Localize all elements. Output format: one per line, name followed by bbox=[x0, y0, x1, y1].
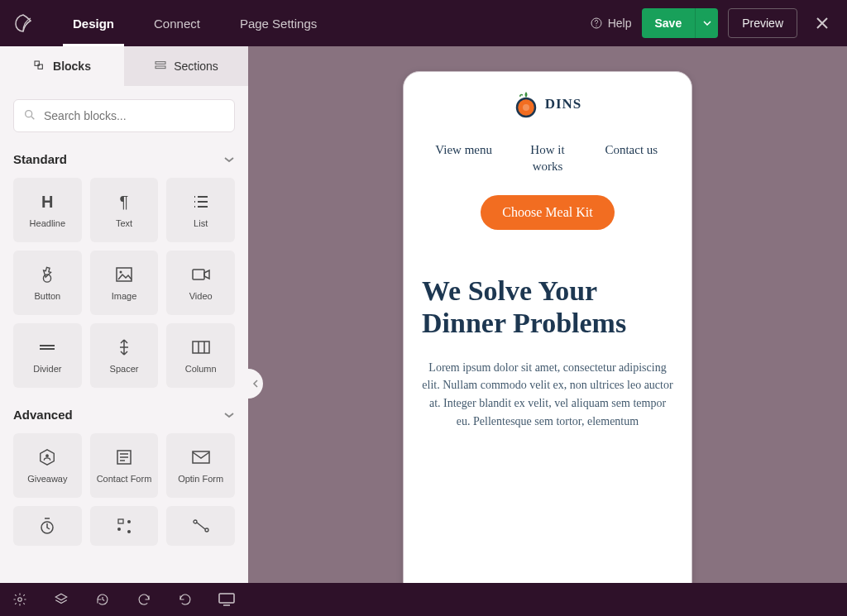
svg-rect-10 bbox=[193, 270, 204, 279]
search-wrap bbox=[0, 86, 248, 146]
app-logo[interactable] bbox=[10, 10, 36, 36]
nav-tab-connect[interactable]: Connect bbox=[134, 0, 220, 46]
brand-logo-icon bbox=[514, 90, 538, 118]
block-list[interactable]: List bbox=[166, 178, 235, 242]
block-button[interactable]: Button bbox=[13, 251, 82, 315]
panel-tab-sections-label: Sections bbox=[174, 60, 218, 73]
panel-tab-blocks-label: Blocks bbox=[53, 60, 91, 73]
optin-form-icon bbox=[192, 447, 210, 467]
block-text[interactable]: ¶ Text bbox=[90, 178, 159, 242]
site-brand[interactable]: DINS bbox=[422, 90, 673, 118]
chevron-down-icon bbox=[223, 412, 235, 418]
svg-rect-4 bbox=[156, 62, 165, 64]
save-button-group: Save bbox=[642, 8, 719, 38]
panel-tab-blocks[interactable]: Blocks bbox=[0, 46, 124, 86]
button-icon bbox=[38, 265, 56, 284]
giveaway-icon bbox=[38, 447, 56, 467]
blocks-icon bbox=[33, 60, 46, 73]
nav-link-contact-us[interactable]: Contact us bbox=[598, 141, 664, 175]
block-spacer[interactable]: Spacer bbox=[90, 323, 159, 388]
sidebar-scroll[interactable]: Standard H Headline ¶ Text List bbox=[0, 86, 248, 583]
block-label: Text bbox=[116, 218, 132, 228]
svg-point-18 bbox=[127, 530, 131, 533]
svg-rect-11 bbox=[193, 341, 209, 353]
svg-rect-19 bbox=[118, 519, 123, 523]
list-icon bbox=[193, 192, 209, 212]
device-preview: DINS View menu How it works Contact us C… bbox=[403, 71, 692, 583]
search-input[interactable] bbox=[13, 99, 235, 132]
contact-form-icon bbox=[116, 447, 132, 467]
desktop-icon bbox=[218, 593, 235, 606]
history-button[interactable] bbox=[93, 590, 112, 609]
svg-rect-14 bbox=[193, 451, 209, 463]
block-grid-standard: H Headline ¶ Text List Button Image bbox=[0, 173, 248, 401]
close-button[interactable] bbox=[807, 8, 837, 38]
chevron-left-icon bbox=[252, 379, 259, 389]
redo-button[interactable] bbox=[175, 590, 195, 609]
caret-down-icon bbox=[703, 21, 711, 26]
block-label: Headline bbox=[30, 218, 65, 228]
cta-button[interactable]: Choose Meal Kit bbox=[481, 195, 614, 230]
history-icon bbox=[95, 592, 110, 607]
block-label: Button bbox=[34, 291, 60, 301]
block-label: List bbox=[194, 218, 208, 228]
network-icon bbox=[192, 516, 210, 536]
nav-tab-design[interactable]: Design bbox=[53, 0, 134, 46]
hero-body-text[interactable]: Lorem ipsum dolor sit amet, consectetur … bbox=[422, 359, 673, 431]
block-label: Giveaway bbox=[27, 474, 67, 484]
svg-rect-2 bbox=[35, 61, 39, 65]
panel-tab-sections[interactable]: Sections bbox=[124, 46, 248, 86]
block-grid-advanced: Giveaway Contact Form Optin Form bbox=[0, 428, 248, 559]
block-image[interactable]: Image bbox=[90, 251, 159, 315]
save-dropdown-toggle[interactable] bbox=[695, 8, 718, 38]
main-area: Blocks Sections Standard H bbox=[0, 46, 847, 583]
nav-tab-page-settings[interactable]: Page Settings bbox=[220, 0, 337, 46]
block-countdown[interactable] bbox=[13, 506, 82, 546]
brand-name: DINS bbox=[545, 96, 582, 112]
heading-icon: H bbox=[41, 192, 53, 212]
device-toggle-button[interactable] bbox=[217, 590, 237, 609]
section-header-standard[interactable]: Standard bbox=[0, 146, 248, 173]
block-social-share[interactable] bbox=[90, 506, 159, 546]
divider-icon bbox=[38, 337, 56, 357]
layers-icon bbox=[54, 592, 69, 607]
hero-headline[interactable]: We Solve Your Dinner Problems bbox=[422, 275, 673, 339]
gear-icon bbox=[12, 592, 27, 607]
nav-link-view-menu[interactable]: View menu bbox=[431, 141, 497, 175]
svg-point-23 bbox=[523, 104, 529, 111]
block-divider[interactable]: Divider bbox=[13, 323, 82, 388]
section-title-standard: Standard bbox=[13, 152, 67, 166]
svg-point-1 bbox=[596, 26, 596, 26]
paragraph-icon: ¶ bbox=[120, 192, 129, 212]
block-optin-form[interactable]: Optin Form bbox=[166, 433, 235, 498]
nav-link-how-it-works[interactable]: How it works bbox=[514, 141, 581, 175]
column-icon bbox=[192, 337, 210, 357]
canvas[interactable]: DINS View menu How it works Contact us C… bbox=[248, 46, 847, 583]
chevron-down-icon bbox=[223, 156, 235, 163]
settings-button[interactable] bbox=[10, 590, 30, 609]
block-contact-form[interactable]: Contact Form bbox=[90, 433, 159, 498]
save-button[interactable]: Save bbox=[642, 8, 696, 38]
sidebar: Blocks Sections Standard H bbox=[0, 46, 248, 583]
undo-button[interactable] bbox=[134, 590, 154, 609]
block-giveaway[interactable]: Giveaway bbox=[13, 433, 82, 498]
block-video[interactable]: Video bbox=[166, 251, 235, 315]
block-label: Divider bbox=[33, 364, 61, 374]
layers-button[interactable] bbox=[51, 590, 71, 609]
help-icon bbox=[590, 17, 603, 30]
block-column[interactable]: Column bbox=[166, 323, 235, 388]
help-link[interactable]: Help bbox=[590, 17, 632, 30]
preview-button[interactable]: Preview bbox=[728, 8, 797, 38]
cta-wrap: Choose Meal Kit bbox=[422, 195, 673, 230]
block-headline[interactable]: H Headline bbox=[13, 178, 82, 242]
svg-point-17 bbox=[127, 520, 131, 523]
section-title-advanced: Advanced bbox=[13, 408, 73, 422]
search-icon bbox=[23, 108, 36, 122]
block-social-profiles[interactable] bbox=[166, 506, 235, 546]
sections-icon bbox=[154, 60, 167, 73]
block-label: Video bbox=[189, 291, 213, 301]
section-header-advanced[interactable]: Advanced bbox=[0, 401, 248, 428]
help-label: Help bbox=[608, 17, 632, 30]
svg-point-9 bbox=[119, 271, 122, 274]
site-nav: View menu How it works Contact us bbox=[422, 141, 673, 175]
